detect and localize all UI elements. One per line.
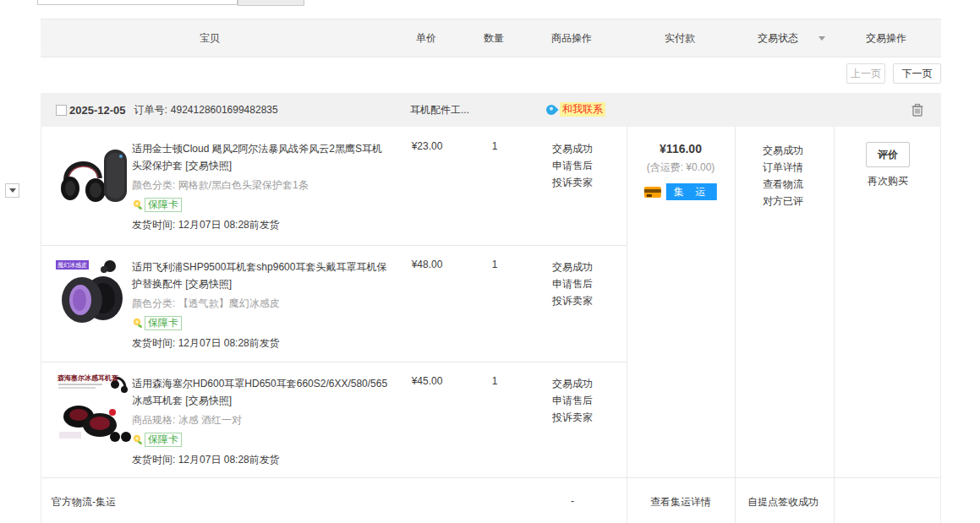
peer-rated-link[interactable]: 对方已评 <box>763 193 803 210</box>
next-page-button[interactable]: 下一页 <box>893 63 941 84</box>
trade-success-link[interactable]: 交易成功 <box>552 259 593 275</box>
order-body: 适用金士顿Cloud 飓风2阿尔法暴风战斧风云2黑鹰S耳机头梁保护套 [交易快照… <box>41 127 941 523</box>
col-status[interactable]: 交易状态 <box>758 19 798 57</box>
product-image-label: 魔幻冰感皮 <box>56 260 89 270</box>
product-image-headband-cover[interactable] <box>56 138 132 214</box>
item-operations: 交易成功 申请售后 投诉卖家 <box>552 375 593 426</box>
rate-button[interactable]: 评价 <box>866 142 910 167</box>
payment-card-icon <box>644 187 661 198</box>
product-image-earpads-winered[interactable]: 森海塞尔冰感耳机套 <box>56 373 132 449</box>
card-chip <box>647 194 652 197</box>
chevron-down-icon[interactable] <box>818 36 825 41</box>
product-title[interactable]: 适用金士顿Cloud 飓风2阿尔法暴风战斧风云2黑鹰S耳机头梁保护套 [交易快照… <box>132 140 392 174</box>
unit-price: ¥45.00 <box>412 375 443 387</box>
warranty-badge-label[interactable]: 保障卡 <box>145 316 182 330</box>
operations-cell: 评价 再次购买 <box>866 142 910 188</box>
complain-seller-link[interactable]: 投诉卖家 <box>552 174 593 191</box>
payment-cell: ¥116.00 (含运费: ¥0.00) 集 运 <box>644 142 717 200</box>
complain-seller-link[interactable]: 投诉卖家 <box>552 292 593 309</box>
warranty-badge[interactable]: 保障卡 <box>132 315 392 330</box>
order-item-row: 森海塞尔冰感耳机套 适用森海塞尔HD600耳罩HD650耳套660S2/6XX/… <box>41 362 627 477</box>
card-stripe <box>644 189 661 193</box>
product-image-label: 森海塞尔冰感耳机套 <box>57 374 118 383</box>
order-header: 2025-12-05 订单号: 4924128601699482835 耳机配件… <box>41 93 941 127</box>
collapse-control[interactable] <box>5 183 19 198</box>
order-footer: 官方物流-集运 - 查看集运详情 自提点签收成功 <box>41 477 940 523</box>
col-quantity: 数量 <box>484 19 504 57</box>
logistics-method: 官方物流-集运 <box>52 495 116 509</box>
quantity: 1 <box>492 375 498 387</box>
flower-icon <box>132 199 143 210</box>
product-spec: 颜色分类: 网格款/黑白色头梁保护套1条 <box>132 178 392 193</box>
trade-success-link[interactable]: 交易成功 <box>552 375 593 392</box>
unit-price: ¥23.00 <box>412 140 443 152</box>
search-input[interactable] <box>37 0 238 5</box>
pickup-signed-status: 自提点签收成功 <box>747 495 818 509</box>
warranty-badge[interactable]: 保障卡 <box>132 197 392 212</box>
order-detail-link[interactable]: 订单详情 <box>763 159 803 176</box>
order-number-label: 订单号: <box>134 103 167 117</box>
trade-success-link[interactable]: 交易成功 <box>552 140 593 157</box>
wangwang-chat-icon[interactable] <box>545 103 559 117</box>
after-sale-link[interactable]: 申请售后 <box>552 275 593 292</box>
complain-seller-link[interactable]: 投诉卖家 <box>552 409 593 426</box>
shipping-fee-note: (含运费: ¥0.00) <box>644 161 717 175</box>
unit-price: ¥48.00 <box>412 259 443 270</box>
order-date: 2025-12-05 <box>69 104 126 117</box>
paid-amount: ¥116.00 <box>644 142 717 155</box>
triangle-down-icon <box>9 188 16 193</box>
warranty-badge[interactable]: 保障卡 <box>132 432 392 447</box>
prev-page-button[interactable]: 上一页 <box>846 63 885 84</box>
status-cell: 交易成功 订单详情 查看物流 对方已评 <box>763 142 803 210</box>
flower-icon <box>132 434 143 445</box>
view-logistics-link[interactable]: 查看物流 <box>763 176 803 193</box>
ship-time: 发货时间: 12月07日 08:28前发货 <box>132 218 392 232</box>
order-number: 4924128601699482835 <box>171 104 278 116</box>
status-trade-success: 交易成功 <box>763 142 803 159</box>
col-unit-price: 单价 <box>416 19 436 57</box>
ship-time: 发货时间: 12月07日 08:28前发货 <box>132 336 392 351</box>
product-image-earpads-purple[interactable]: 魔幻冰感皮 <box>56 256 132 332</box>
after-sale-link[interactable]: 申请售后 <box>552 157 593 174</box>
flower-icon <box>132 318 143 329</box>
col-item: 宝贝 <box>200 19 220 57</box>
column-divider <box>735 127 736 523</box>
column-divider <box>834 127 835 523</box>
shop-name[interactable]: 耳机配件工... <box>410 93 469 127</box>
warranty-badge-label[interactable]: 保障卡 <box>145 433 182 447</box>
wangwang-dot <box>549 106 554 112</box>
search-button[interactable] <box>238 0 304 6</box>
contact-seller-link[interactable]: 和我联系 <box>560 102 605 117</box>
product-title[interactable]: 适用森海塞尔HD600耳罩HD650耳套660S2/6XX/580/565冰感耳… <box>132 375 392 409</box>
item-operations: 交易成功 申请售后 投诉卖家 <box>552 140 593 191</box>
order-table-header: 宝贝 单价 数量 商品操作 实付款 交易状态 交易操作 <box>41 19 941 57</box>
col-item-actions: 商品操作 <box>551 19 592 57</box>
product-title[interactable]: 适用飞利浦SHP9500耳机套shp9600耳套头戴耳罩耳机保护替换配件 [交易… <box>132 259 392 292</box>
col-paid: 实付款 <box>665 19 695 57</box>
orders-page: 宝贝 单价 数量 商品操作 实付款 交易状态 交易操作 上一页 下一页 2025… <box>0 0 980 523</box>
product-spec: 商品规格: 冰感 酒红一对 <box>132 413 392 428</box>
buy-again-link[interactable]: 再次购买 <box>866 174 910 188</box>
delete-order-icon[interactable] <box>910 102 925 117</box>
quantity: 1 <box>492 259 498 270</box>
item-operations: 交易成功 申请售后 投诉卖家 <box>552 259 593 309</box>
col-order-actions: 交易操作 <box>866 19 906 57</box>
after-sale-link[interactable]: 申请售后 <box>552 392 593 409</box>
quantity: 1 <box>492 140 498 152</box>
order-item-row: 魔幻冰感皮 适用飞利浦SHP9500耳机套shp9600耳套头戴耳罩耳机保护替换… <box>41 245 627 362</box>
order-item-row: 适用金士顿Cloud 飓风2阿尔法暴风战斧风云2黑鹰S耳机头梁保护套 [交易快照… <box>41 127 627 245</box>
warranty-badge-label[interactable]: 保障卡 <box>145 198 182 212</box>
consolidation-shipping-tag[interactable]: 集 运 <box>666 183 717 200</box>
ship-time: 发货时间: 12月07日 08:28前发货 <box>132 453 392 467</box>
footer-placeholder: - <box>571 495 574 507</box>
product-spec: 颜色分类: 【透气款】魔幻冰感皮 <box>132 297 392 311</box>
order-checkbox[interactable] <box>56 105 67 116</box>
column-divider <box>627 127 627 523</box>
consolidation-detail-link[interactable]: 查看集运详情 <box>650 495 711 509</box>
